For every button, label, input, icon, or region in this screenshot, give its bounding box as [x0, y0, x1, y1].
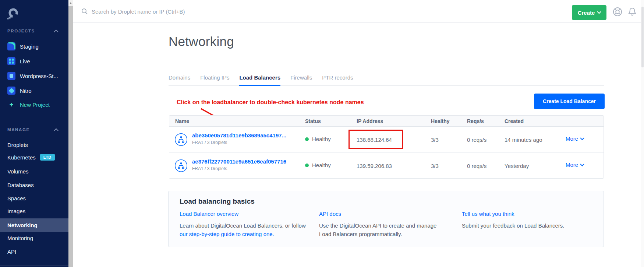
chevron-down-icon [580, 136, 584, 140]
sidebar-item-images[interactable]: Images [7, 207, 25, 215]
sidebar-item-spaces[interactable]: Spaces [7, 194, 26, 203]
healthy-count: 3/3 [431, 163, 439, 169]
sidebar-item-monitoring[interactable]: Monitoring [7, 233, 33, 242]
basics-title: Load balancing basics [180, 197, 255, 205]
sidebar-divider [0, 119, 68, 119]
sidebar-item-project-wordpress[interactable]: Wordpress-St... [7, 71, 58, 80]
sidebar-item-droplets[interactable]: Droplets [7, 140, 28, 149]
project-live-icon [7, 57, 15, 65]
status-cell: Healthy [305, 162, 331, 168]
load-balancers-table: Name Status IP Address Healthy Reqs/s Cr… [169, 115, 604, 179]
sidebar-item-networking[interactable]: Networking [7, 221, 38, 229]
sidebar-item-label: Networking [7, 222, 38, 228]
sidebar-item-project-nitro[interactable]: Nitro [7, 86, 32, 95]
more-label: More [566, 136, 578, 142]
col-header-healthy: Healthy [431, 118, 450, 124]
requests-per-second: 0 reqs/s [467, 137, 486, 143]
more-menu-button[interactable]: More [566, 162, 584, 168]
ltd-badge: LTD [40, 154, 55, 161]
load-balancer-overview-link[interactable]: Load Balancer overview [180, 211, 238, 217]
healthy-count: 3/3 [431, 137, 439, 143]
sidebar-item-project-staging[interactable]: Staging [7, 42, 39, 51]
more-label: More [566, 162, 578, 168]
basics-text: Load Balancers programmatically. [319, 231, 402, 237]
project-label: Live [20, 58, 30, 64]
page-scrollbar[interactable] [641, 0, 644, 267]
tab-firewalls[interactable]: Firewalls [290, 74, 312, 86]
search-input[interactable] [92, 8, 246, 15]
main-content: Networking Domains Floating IPs Load Bal… [73, 23, 644, 267]
tab-floating-ips[interactable]: Floating IPs [200, 74, 229, 86]
sidebar-item-label: Spaces [7, 195, 26, 201]
project-label: Nitro [20, 88, 32, 94]
col-header-ip: IP Address [357, 118, 383, 124]
created-time: Yesterday [505, 163, 529, 169]
table-row: ae376ff22770011e9a651e6eaf057716 FRA1 / … [169, 152, 604, 178]
digitalocean-logo-icon[interactable] [7, 7, 20, 20]
annotation-note: Click on the loadbalancer to double-chec… [177, 99, 364, 106]
basics-text: Submit your feedback on Load Balancers. [462, 222, 565, 229]
sidebar-item-project-live[interactable]: Live [7, 57, 30, 66]
load-balancer-name-link[interactable]: ae376ff22770011e9a651e6eaf057716 [192, 158, 286, 165]
manage-collapse-chevron-up-icon[interactable] [54, 128, 59, 133]
api-docs-link[interactable]: API docs [319, 211, 341, 217]
help-lifebuoy-icon[interactable] [612, 6, 623, 17]
load-balancer-name-link[interactable]: abe350e05781d11e9b3689a5c4197... [192, 132, 286, 138]
page-title: Networking [169, 34, 234, 49]
table-header-row: Name Status IP Address Healthy Reqs/s Cr… [169, 116, 604, 127]
sidebar-item-label: Volumes [7, 168, 29, 175]
chevron-down-icon [580, 162, 584, 166]
manage-section-label: MANAGE [7, 127, 30, 132]
col-header-reqs: Reqs/s [467, 118, 484, 124]
sidebar: PROJECTS Staging Live Wordpress-St... Ni… [0, 0, 68, 267]
status-cell: Healthy [305, 136, 331, 142]
basics-text: Use the DigitalOcean API to create and m… [319, 222, 436, 229]
table-row: abe350e05781d11e9b3689a5c4197... FRA1 / … [169, 127, 604, 152]
created-time: 14 minutes ago [505, 137, 542, 143]
healthy-status-dot [305, 137, 309, 141]
more-menu-button[interactable]: More [566, 136, 584, 142]
healthy-status-dot [305, 164, 309, 167]
plus-icon: + [7, 101, 15, 109]
load-balancer-location: FRA1 / 3 Droplets [192, 166, 286, 171]
scrollbar-thumb[interactable] [68, 6, 73, 267]
sidebar-item-databases[interactable]: Databases [7, 180, 34, 189]
load-balancer-location: FRA1 / 3 Droplets [192, 140, 286, 145]
top-header-bar: Create [73, 0, 644, 23]
basics-column-api: API docs Use the DigitalOcean API to cre… [319, 211, 436, 238]
projects-collapse-chevron-up-icon[interactable] [54, 29, 59, 34]
sidebar-item-label: Kubernetes [7, 154, 36, 161]
project-label: Staging [20, 43, 39, 50]
sidebar-item-volumes[interactable]: Volumes [7, 167, 29, 176]
scrollbar-thumb[interactable] [641, 7, 644, 67]
load-balancing-basics-panel: Load balancing basics Load Balancer over… [168, 191, 604, 247]
new-project-button[interactable]: + New Project [7, 100, 50, 109]
tab-ptr-records[interactable]: PTR records [322, 74, 353, 86]
ip-address: 138.68.124.64 [357, 137, 392, 143]
col-header-created: Created [505, 118, 524, 124]
col-header-status: Status [305, 118, 321, 124]
tab-load-balancers[interactable]: Load Balancers [239, 74, 280, 86]
create-load-balancer-button[interactable]: Create Load Balancer [534, 94, 605, 109]
sidebar-scrollbar[interactable] [68, 0, 73, 267]
ip-address: 139.59.206.83 [357, 163, 392, 169]
basics-column-overview: Load Balancer overview Learn about Digit… [180, 211, 306, 238]
status-text: Healthy [312, 136, 331, 142]
feedback-link[interactable]: Tell us what you think [462, 211, 514, 217]
scrollbar-up-arrow-icon[interactable] [68, 0, 73, 6]
sidebar-item-kubernetes[interactable]: Kubernetes LTD [7, 153, 55, 162]
requests-per-second: 0 reqs/s [467, 163, 486, 169]
sidebar-item-api[interactable]: API [7, 247, 16, 256]
create-button-label: Create [578, 10, 595, 16]
create-button[interactable]: Create [572, 5, 606, 20]
step-by-step-guide-link[interactable]: our step-by-step guide to creating one. [180, 231, 274, 237]
sidebar-item-label: Databases [7, 182, 34, 188]
notifications-bell-icon[interactable] [627, 6, 638, 17]
project-label: Wordpress-St... [20, 73, 58, 79]
new-project-label: New Project [20, 102, 50, 108]
sidebar-divider [0, 266, 68, 266]
sidebar-item-label: Monitoring [7, 235, 33, 241]
project-staging-icon [7, 42, 15, 50]
col-header-name: Name [175, 118, 189, 124]
tab-domains[interactable]: Domains [169, 74, 190, 86]
